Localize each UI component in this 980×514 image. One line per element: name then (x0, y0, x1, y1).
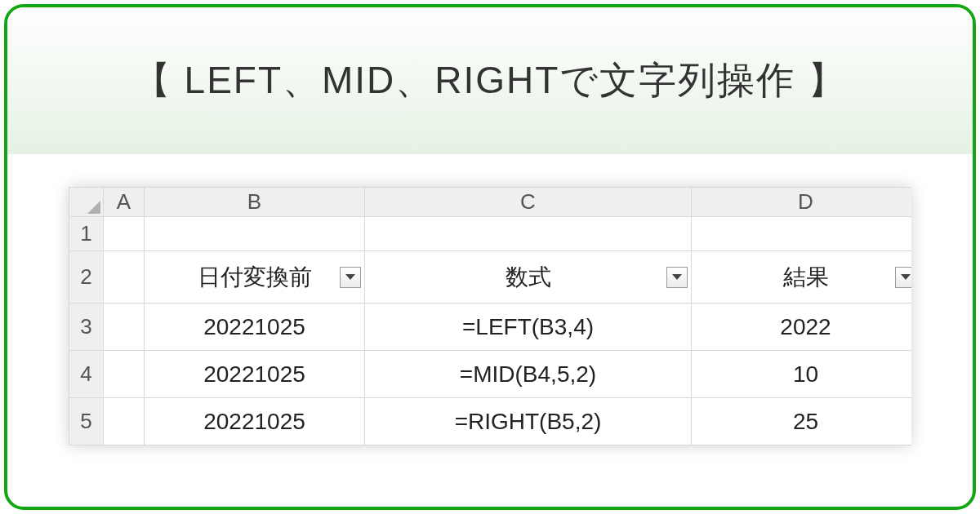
cell-b1[interactable] (145, 217, 365, 251)
table-row: 1 (69, 217, 912, 251)
header-label-b: 日付変換前 (198, 264, 312, 290)
cell-a3[interactable] (104, 304, 145, 351)
cell-d5[interactable]: 25 (692, 398, 912, 445)
cell-c1[interactable] (365, 217, 692, 251)
cell-c3[interactable]: =LEFT(B3,4) (365, 304, 692, 351)
column-header-row: A B C D (69, 188, 912, 217)
column-header-c[interactable]: C (365, 188, 692, 217)
filter-button-d[interactable] (895, 267, 911, 288)
table-row: 5 20221025 =RIGHT(B5,2) 25 (69, 398, 912, 445)
row-header[interactable]: 4 (69, 351, 104, 398)
row-header[interactable]: 2 (69, 251, 104, 304)
table-row: 3 20221025 =LEFT(B3,4) 2022 (69, 304, 912, 351)
cell-b4[interactable]: 20221025 (145, 351, 365, 398)
cell-a1[interactable] (104, 217, 145, 251)
filter-button-b[interactable] (340, 267, 361, 288)
cell-d1[interactable] (692, 217, 912, 251)
row-header[interactable]: 1 (69, 217, 104, 251)
cell-b5[interactable]: 20221025 (145, 398, 365, 445)
sheet-table: A B C D 1 2 日付変換前 数式 (69, 187, 911, 445)
header-label-d: 結果 (783, 264, 829, 290)
cell-c4[interactable]: =MID(B4,5,2) (365, 351, 692, 398)
header-label-c: 数式 (506, 264, 551, 290)
table-row: 2 日付変換前 数式 結果 (69, 251, 912, 304)
table-row: 4 20221025 =MID(B4,5,2) 10 (69, 351, 912, 398)
cell-a5[interactable] (104, 398, 145, 445)
cell-a2[interactable] (104, 251, 145, 304)
column-header-a[interactable]: A (104, 188, 145, 217)
spreadsheet: A B C D 1 2 日付変換前 数式 (69, 187, 911, 445)
card-frame: 【 LEFT、MID、RIGHTで文字列操作 】 A B C D 1 (4, 4, 976, 510)
column-header-d[interactable]: D (692, 188, 912, 217)
cell-d4[interactable]: 10 (692, 351, 912, 398)
cell-c2[interactable]: 数式 (365, 251, 692, 304)
cell-b2[interactable]: 日付変換前 (145, 251, 365, 304)
row-header[interactable]: 3 (69, 304, 104, 351)
column-header-b[interactable]: B (145, 188, 365, 217)
cell-c5[interactable]: =RIGHT(B5,2) (365, 398, 692, 445)
title-area: 【 LEFT、MID、RIGHTで文字列操作 】 (7, 7, 973, 154)
cell-d2[interactable]: 結果 (692, 251, 912, 304)
page-title: 【 LEFT、MID、RIGHTで文字列操作 】 (133, 55, 847, 106)
cell-a4[interactable] (104, 351, 145, 398)
cell-d3[interactable]: 2022 (692, 304, 912, 351)
row-header[interactable]: 5 (69, 398, 104, 445)
cell-b3[interactable]: 20221025 (145, 304, 365, 351)
filter-button-c[interactable] (666, 267, 688, 288)
select-all-corner[interactable] (69, 188, 104, 217)
